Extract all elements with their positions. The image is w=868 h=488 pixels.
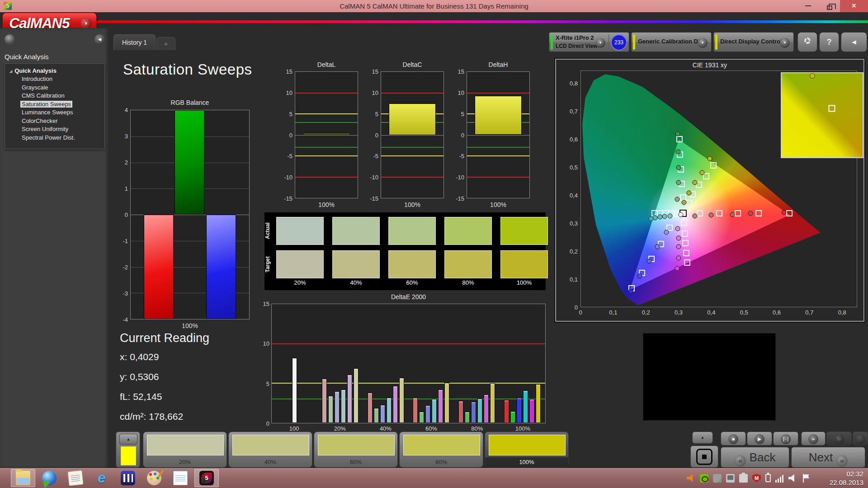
help-button[interactable]: ?	[819, 32, 839, 52]
patch-swatch	[403, 435, 480, 455]
volume-icon[interactable]	[788, 474, 797, 483]
measured-point	[658, 215, 663, 220]
minimize-button[interactable]	[798, 0, 817, 12]
nvidia-icon[interactable]	[700, 474, 708, 483]
pattern-window-button[interactable]	[690, 446, 718, 468]
taskbar-app-internet-explorer[interactable]: e	[90, 469, 114, 487]
sidebar-item-label: Luminance Sweeps	[20, 109, 74, 116]
sidebar-item-screen-uniformity[interactable]: Screen Uniformity	[20, 125, 104, 134]
taskbar-clock[interactable]: 02:32 22.08.2013	[813, 469, 863, 487]
meter-dropdown[interactable]: X-Rite i1Pro 2 LCD Direct View ▼ 233	[549, 32, 629, 52]
delta-e-bar	[368, 393, 373, 423]
chevron-down-icon[interactable]: ▼	[780, 38, 790, 48]
patch-card-80%[interactable]: 80%	[399, 432, 483, 468]
sidebar-item-cms-calibration[interactable]: CMS Calibration	[20, 92, 104, 100]
sidebar-item-spectral-power-dist-[interactable]: Spectral Power Dist.	[20, 134, 104, 142]
delta-e-bar	[523, 390, 528, 423]
taskbar-app-notepad[interactable]	[168, 469, 193, 487]
chevron-right-icon: »	[836, 455, 848, 467]
y-tick: 0	[289, 131, 292, 138]
taskbar-app-media-globe[interactable]	[37, 469, 61, 487]
taskbar-app-file-explorer[interactable]	[11, 469, 35, 487]
play-button[interactable]: ▶	[747, 432, 772, 446]
back-button[interactable]: « Back	[721, 447, 789, 468]
x-tick-label: 60%	[409, 425, 454, 432]
divider	[609, 34, 609, 50]
patch-card-60%[interactable]: 60%	[314, 432, 398, 468]
stop-button[interactable]: ■	[721, 432, 746, 446]
delta-e-bar	[471, 402, 476, 423]
delta-e-bar	[517, 398, 522, 423]
meter-reading-badge[interactable]: 233	[611, 34, 627, 51]
display-control-dropdown[interactable]: Direct Display Control ▼	[713, 32, 794, 52]
speaker-icon[interactable]	[687, 474, 695, 483]
y-tick: -5	[459, 153, 464, 160]
bar-group-100%	[500, 304, 545, 423]
next-button[interactable]: Next »	[791, 447, 865, 468]
expand-up-button[interactable]: ▲	[119, 434, 137, 445]
y-tick: 2	[125, 159, 128, 166]
chevron-down-icon[interactable]: ▼	[595, 38, 605, 48]
sidebar-item-grayscale[interactable]: Grayscale	[20, 84, 104, 92]
tab-history-1[interactable]: History 1	[113, 34, 156, 50]
delta-bar	[475, 96, 522, 135]
network-icon[interactable]	[775, 474, 784, 483]
mcafee-icon[interactable]: M	[752, 474, 761, 483]
restore-button[interactable]	[820, 0, 839, 12]
chevron-down-icon[interactable]: ▼	[698, 38, 708, 48]
range-button[interactable]: [··]	[773, 432, 798, 446]
measured-point	[686, 191, 691, 196]
patch-card-20%[interactable]: 20%	[143, 432, 227, 468]
sidebar-item-luminance-sweeps[interactable]: Luminance Sweeps	[20, 108, 104, 117]
patch-label: 60%	[314, 457, 397, 467]
sidebar-tree-items: IntroductionGrayscaleCMS CalibrationSatu…	[5, 75, 104, 142]
bar-group-100	[272, 304, 317, 423]
measured-point	[675, 149, 680, 154]
sidebar-item-label: CMS Calibration	[20, 92, 66, 99]
transport-expand-button[interactable]: ▲	[692, 432, 713, 444]
taskbar-app-calman[interactable]: 5	[194, 469, 219, 487]
flag-icon[interactable]	[802, 474, 810, 483]
measured-point	[676, 235, 681, 240]
tab-add[interactable]: +	[156, 37, 175, 50]
delta-e-bar	[510, 411, 515, 423]
sidebar-header: Quick Analysis	[5, 53, 49, 61]
settings-button[interactable]	[797, 32, 817, 52]
actual-swatch-40%	[332, 217, 380, 245]
loop-button[interactable]: ∞	[801, 432, 826, 446]
usb-icon[interactable]	[739, 474, 748, 483]
patch-card-40%[interactable]: 40%	[228, 432, 312, 468]
taskbar-app-paint[interactable]	[142, 469, 166, 487]
sidebar-item-saturation-sweeps[interactable]: Saturation Sweeps	[20, 100, 104, 109]
active-test-patch[interactable]	[121, 446, 136, 465]
close-button[interactable]: ×	[840, 0, 868, 12]
delta-e-bar	[438, 389, 443, 423]
delta-e-bar	[335, 391, 340, 423]
column-label: 80%	[444, 279, 492, 286]
x-axis-label: 100%	[295, 201, 358, 208]
panel-collapse-button[interactable]: ◀	[841, 32, 867, 52]
taskbar-app-profiler[interactable]	[116, 469, 140, 487]
record-led-button[interactable]	[5, 34, 15, 45]
updater-icon[interactable]	[713, 474, 722, 483]
sidebar-item-colorchecker[interactable]: ColorChecker	[20, 117, 104, 126]
reading-row: cd/m²: 178,662	[120, 411, 255, 422]
sidebar-item-label: Introduction	[20, 75, 54, 82]
extra-button[interactable]	[853, 432, 868, 446]
file-explorer-icon	[16, 471, 30, 485]
taskbar-app-journal[interactable]	[63, 469, 88, 487]
sidebar-collapse-button[interactable]: ◀	[94, 34, 105, 45]
expander-icon[interactable]: ◢	[9, 69, 12, 73]
tree-root[interactable]: ◢Quick Analysis	[9, 67, 104, 74]
patch-card-100%[interactable]: 100%	[485, 432, 569, 468]
power-icon[interactable]	[765, 474, 771, 482]
refresh-button[interactable]: ↻	[826, 432, 852, 446]
display-icon[interactable]	[726, 474, 735, 483]
source-dropdown[interactable]: Generic Calibration DVD ▼	[631, 32, 712, 52]
y-tick: 10	[263, 340, 269, 347]
sidebar-item-introduction[interactable]: Introduction	[20, 75, 104, 84]
x-tick-label: 0,3	[675, 309, 683, 316]
rgb-bar-green	[175, 110, 204, 215]
x-tick-label: 20%	[317, 425, 363, 432]
delta-e-bar	[477, 399, 482, 423]
